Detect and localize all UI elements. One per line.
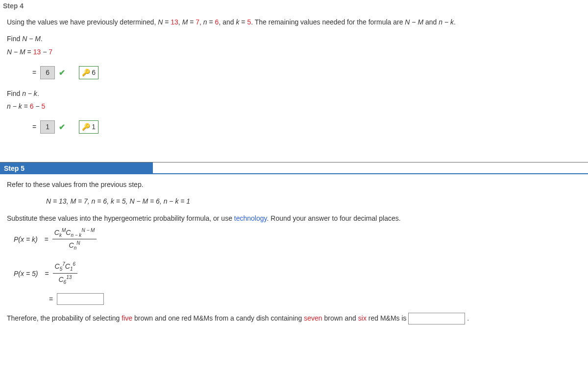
nk-answer-row: = 1 ✔ 🔑 1 [7, 120, 581, 133]
nk-text: n − k [439, 18, 454, 26]
sup-N: N [76, 240, 80, 246]
final-probability-input[interactable] [408, 313, 465, 324]
five: five [122, 314, 132, 322]
step5-header-row: Step 5 [0, 162, 588, 174]
sup6: 6 [73, 262, 76, 267]
c3: C [69, 241, 74, 249]
var-n: n [203, 18, 207, 26]
eq4: = [239, 18, 247, 26]
eq-f3: = [49, 294, 53, 304]
nk-eq: n − k [22, 90, 37, 97]
intro-b: . The remaining values needed for the fo… [251, 18, 405, 26]
minus2: − [34, 102, 42, 110]
val-M: 7 [196, 18, 199, 26]
eq-f1: = [45, 234, 49, 245]
c1: C [54, 229, 59, 236]
formula-numeric: P(x = 5) = C57C16 C613 [14, 261, 581, 286]
eq-f2: = [45, 268, 49, 279]
pxk: P(x = k) [14, 234, 38, 245]
technology-link[interactable]: technology [234, 214, 267, 222]
sub-n: n [74, 245, 77, 251]
eq2: = [188, 18, 196, 26]
c1a: C [65, 262, 70, 270]
eq-sign2: = [32, 121, 36, 132]
sub1: 1 [70, 266, 73, 272]
step5-header-rest [153, 162, 588, 174]
frac-general: CkMCn − kN − M CnN [52, 227, 97, 252]
step4-title: Step 4 [3, 2, 24, 10]
sub-line: Substitute these values into the hyperge… [7, 213, 581, 224]
step5-header: Step 5 [0, 162, 153, 174]
check-icon-2: ✔ [59, 121, 65, 134]
step5-content: Refer to these values from the previous … [0, 174, 588, 329]
find-nm-line: Find N − M. [7, 33, 581, 44]
step4-intro: Using the values we have previously dete… [7, 17, 581, 27]
sup13: 13 [66, 275, 72, 280]
formula-general: P(x = k) = CkMCn − kN − M CnN [14, 227, 581, 252]
minus1: − [41, 48, 49, 56]
th-c: brown and [322, 314, 358, 322]
sub-k: k [59, 232, 62, 237]
step5-title: Step 5 [4, 164, 24, 172]
frac-numeric: C57C16 C613 [53, 261, 78, 286]
px5: P(x = 5) [14, 268, 38, 279]
probability-input[interactable] [57, 293, 104, 305]
intro-text: Using the values we have previously dete… [7, 18, 158, 26]
nm-answer-box[interactable]: 6 [40, 66, 55, 79]
nm-answer-row: = 6 ✔ 🔑 6 [7, 66, 581, 79]
th-d: red M&Ms is [367, 314, 409, 322]
nk-expr: n − k = 6 − 5 [7, 101, 581, 112]
sub-nmk: n − k [71, 232, 81, 237]
sub6: 6 [64, 279, 67, 285]
formula-answer: = [45, 293, 581, 305]
th-a: Therefore, the probability of selecting [7, 314, 122, 322]
nk-key-box[interactable]: 🔑 1 [79, 120, 98, 133]
eq1: = [163, 18, 171, 26]
val-N: 13 [171, 18, 178, 26]
seven: seven [304, 314, 322, 322]
key-icon-2: 🔑 [82, 121, 90, 132]
nm-eq: N − M [22, 35, 41, 43]
step4-content: Using the values we have previously dete… [0, 12, 588, 147]
nk-answer-box[interactable]: 1 [40, 120, 55, 133]
vals-line: N = 13, M = 7, n = 6, k = 5, N − M = 6, … [7, 196, 581, 207]
refer-line: Refer to these values from the previous … [7, 179, 581, 190]
c2: C [66, 229, 71, 236]
nm-text: N − M [405, 18, 423, 26]
val-n: 6 [215, 18, 219, 26]
eq3: = [207, 18, 215, 26]
key-icon: 🔑 [82, 67, 90, 78]
period: . [465, 314, 469, 322]
and: and [423, 18, 439, 26]
sub-b: . Round your answer to four decimal plac… [267, 214, 401, 222]
therefore-line: Therefore, the probability of selecting … [7, 313, 581, 324]
nm7: 7 [49, 48, 52, 56]
sup-nm: N − M [81, 228, 95, 233]
find-nk-label: Find [7, 90, 22, 97]
step4-header: Step 4 [0, 0, 588, 12]
var-M: M [182, 18, 188, 26]
key1-text: 1 [92, 121, 96, 132]
th-b: brown and one red M&Ms from a candy dish… [132, 314, 304, 322]
c6a: C [58, 276, 63, 283]
eq-sign: = [32, 67, 36, 78]
check-icon: ✔ [59, 67, 65, 79]
six: six [358, 314, 367, 322]
nk6: 6 [30, 102, 34, 110]
c5a: C [55, 262, 60, 270]
var-N: N [158, 18, 163, 26]
sub-a: Substitute these values into the hyperge… [7, 214, 234, 222]
nk5: 5 [41, 102, 45, 110]
nm-key-box[interactable]: 🔑 6 [79, 66, 98, 79]
find-nk-line: Find n − k. [7, 88, 581, 99]
nm-expr: n − k = N − M = 13 − 7 [7, 46, 581, 57]
find-nm-label: Find [7, 35, 22, 43]
nm13: 13 [33, 48, 41, 56]
key6-text: 6 [92, 67, 96, 78]
